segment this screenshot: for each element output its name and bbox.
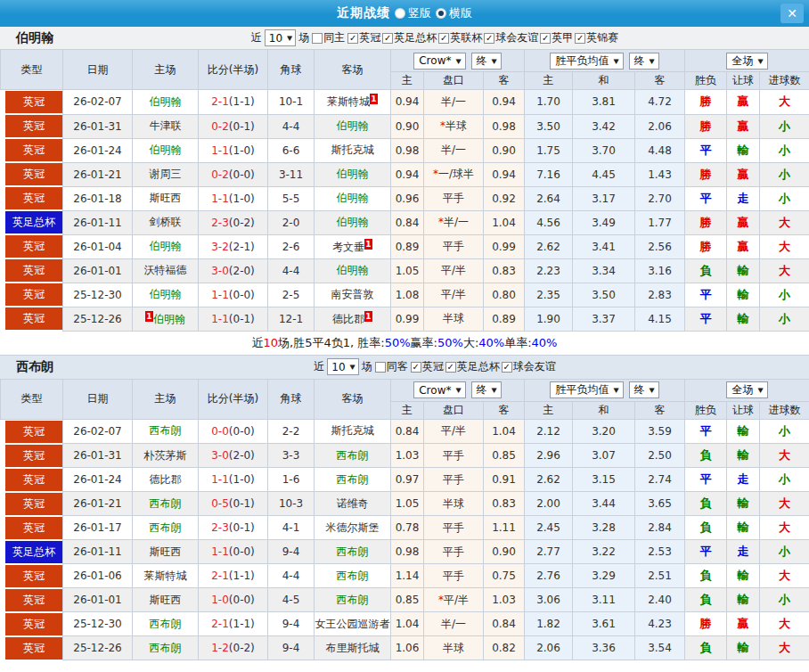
avg-win: 2.64 bbox=[525, 186, 573, 210]
league-filter-checkbox[interactable]: ✓球会友谊 bbox=[484, 30, 538, 45]
league-badge: 英冠 bbox=[5, 565, 62, 587]
checkbox-icon: ✓ bbox=[382, 33, 393, 44]
halftime-score: (0-1) bbox=[229, 521, 255, 534]
avg-period-select[interactable]: 终 ▼ bbox=[629, 381, 659, 398]
avg-lose: 2.74 bbox=[635, 468, 685, 492]
match-date: 26-01-11 bbox=[63, 210, 133, 234]
goals-result-cell: 大 bbox=[760, 234, 809, 258]
odds-period-select[interactable]: 终 ▼ bbox=[471, 53, 502, 70]
team-name-text: 斯旺西 bbox=[150, 192, 182, 204]
league-filter-checkbox[interactable]: ✓英冠 bbox=[411, 359, 444, 374]
fulltime-group-header: 全场 ▼ bbox=[685, 379, 809, 401]
match-row: 英冠 26-01-01 沃特福德 3-0(2-0) 4-4 伯明翰 1.05 平… bbox=[1, 258, 809, 283]
avg-win: 2.35 bbox=[525, 283, 573, 307]
chevron-down-icon: ▼ bbox=[350, 363, 355, 370]
odds-away: 0.75 bbox=[484, 564, 525, 588]
corner-score: 10-1 bbox=[268, 90, 315, 115]
match-score: 1-1(0-0) bbox=[199, 283, 268, 307]
avg-type-select[interactable]: 胜平负均值 ▼ bbox=[550, 381, 623, 398]
subcol-handicap-result: 让球 bbox=[727, 401, 760, 419]
layout-radio-vertical[interactable]: 竖版 bbox=[395, 5, 431, 21]
avg-lose: 2.70 bbox=[635, 186, 685, 210]
chevron-down-icon: ▼ bbox=[455, 57, 461, 64]
avg-draw: 3.22 bbox=[573, 540, 635, 564]
handicap-value: 平手 bbox=[443, 449, 464, 462]
close-button[interactable]: ✕ bbox=[780, 4, 804, 23]
filters-group: 近 10 ▼ 场 同客 ✓英冠✓英足总杯✓球会友谊 bbox=[253, 358, 555, 375]
avg-win: 2.12 bbox=[525, 419, 573, 444]
odds-away: 0.89 bbox=[484, 307, 525, 331]
handicap-result-cell: 贏 bbox=[727, 612, 760, 636]
result-cell: 負 bbox=[685, 444, 727, 468]
goals-result-cell: 大 bbox=[760, 492, 809, 516]
halftime-score: (0-0) bbox=[229, 545, 255, 558]
goals-result-cell: 小 bbox=[760, 307, 809, 331]
odds-company-select[interactable]: Crow* ▼ bbox=[413, 381, 465, 398]
avg-draw: 3.41 bbox=[573, 234, 635, 258]
result-cell: 負 bbox=[685, 516, 727, 540]
league-badge: 英足总杯 bbox=[5, 541, 62, 563]
league-filter-checkbox[interactable]: ✓英甲 bbox=[540, 30, 573, 45]
match-count-value: 10 bbox=[331, 361, 345, 373]
avg-draw: 3.70 bbox=[573, 138, 635, 162]
match-row: 英冠 26-02-07 伯明翰 2-1(1-1) 10-1 莱斯特城1 0.94… bbox=[1, 90, 809, 115]
checkbox-icon: ✓ bbox=[438, 33, 449, 44]
corner-score: 4-1 bbox=[268, 516, 315, 540]
odds-home: 1.05 bbox=[391, 492, 424, 516]
odds-home: 1.03 bbox=[391, 444, 424, 468]
league-filter-checkbox[interactable]: ✓英联杯 bbox=[438, 30, 482, 45]
league-filter-checkbox[interactable]: ✓球会友谊 bbox=[502, 359, 556, 374]
close-icon: ✕ bbox=[787, 6, 797, 20]
league-type-cell: 英冠 bbox=[1, 114, 63, 138]
league-filter-checkbox[interactable]: ✓英锦赛 bbox=[575, 30, 618, 45]
same-venue-checkbox[interactable]: 同主 bbox=[312, 30, 345, 45]
same-venue-checkbox[interactable]: 同客 bbox=[375, 359, 408, 374]
column-header-date: 日期 bbox=[63, 50, 133, 90]
avg-lose: 4.23 bbox=[635, 612, 685, 636]
corner-score: 3-11 bbox=[268, 162, 315, 186]
away-team-cell: 米德尔斯堡 bbox=[315, 516, 391, 540]
odds-period-select[interactable]: 终 ▼ bbox=[471, 381, 502, 398]
avg-win: 3.50 bbox=[525, 114, 573, 138]
odds-company-select[interactable]: Crow* ▼ bbox=[413, 53, 465, 70]
league-type-cell: 英冠 bbox=[1, 516, 63, 540]
corner-score: 12-1 bbox=[268, 307, 315, 331]
league-type-cell: 英冠 bbox=[1, 588, 63, 612]
handicap-result-cell: 輸 bbox=[727, 588, 760, 612]
league-type-cell: 英足总杯 bbox=[1, 210, 63, 234]
team-name-text: 伯明翰 bbox=[337, 264, 369, 276]
column-header-date: 日期 bbox=[63, 379, 133, 419]
handicap-result-cell: 贏 bbox=[727, 90, 760, 115]
handicap-value: 平/半 bbox=[441, 288, 466, 300]
match-date: 26-01-21 bbox=[63, 492, 133, 516]
league-filter-checkbox[interactable]: ✓英冠 bbox=[347, 30, 380, 45]
handicap-result-cell: 輸 bbox=[727, 419, 760, 444]
corner-score: 5-5 bbox=[268, 186, 315, 210]
avg-group-header: 胜平负均值 ▼ 终 ▼ bbox=[525, 379, 685, 401]
handicap-result-cell: 走 bbox=[727, 540, 760, 564]
odds-home: 1.05 bbox=[391, 258, 424, 283]
handicap-cell: 半球 bbox=[424, 307, 484, 331]
chevron-down-icon: ▼ bbox=[757, 57, 763, 64]
home-team-cell: 沃特福德 bbox=[133, 258, 199, 283]
odds-home: 0.99 bbox=[391, 307, 424, 331]
league-filter-checkbox[interactable]: ✓英足总杯 bbox=[445, 359, 500, 374]
fulltime-select[interactable]: 全场 ▼ bbox=[726, 53, 767, 70]
odds-company-value: Crow* bbox=[419, 54, 451, 67]
filter-row: 西布朗 近 10 ▼ 场 同客 ✓英冠✓英足总杯✓球会友谊 bbox=[0, 356, 809, 379]
layout-radio-horizontal[interactable]: 横版 bbox=[436, 5, 472, 21]
match-count-select[interactable]: 10 ▼ bbox=[265, 29, 296, 46]
match-count-select[interactable]: 10 ▼ bbox=[327, 358, 358, 375]
avg-period-select[interactable]: 终 ▼ bbox=[629, 53, 659, 70]
odds-away: 0.99 bbox=[484, 234, 525, 258]
team-name-text: 西布朗 bbox=[150, 521, 182, 534]
avg-win: 4.56 bbox=[525, 210, 573, 234]
league-badge: 英冠 bbox=[5, 469, 62, 491]
fulltime-select[interactable]: 全场 ▼ bbox=[726, 381, 767, 398]
avg-type-select[interactable]: 胜平负均值 ▼ bbox=[550, 53, 623, 70]
fulltime-group-header: 全场 ▼ bbox=[685, 50, 809, 72]
match-score: 1-1(0-1) bbox=[199, 307, 268, 331]
fulltime-score: 0-2 bbox=[211, 120, 229, 133]
league-filter-checkbox[interactable]: ✓英足总杯 bbox=[382, 30, 437, 45]
avg-win: 1.70 bbox=[525, 90, 573, 115]
